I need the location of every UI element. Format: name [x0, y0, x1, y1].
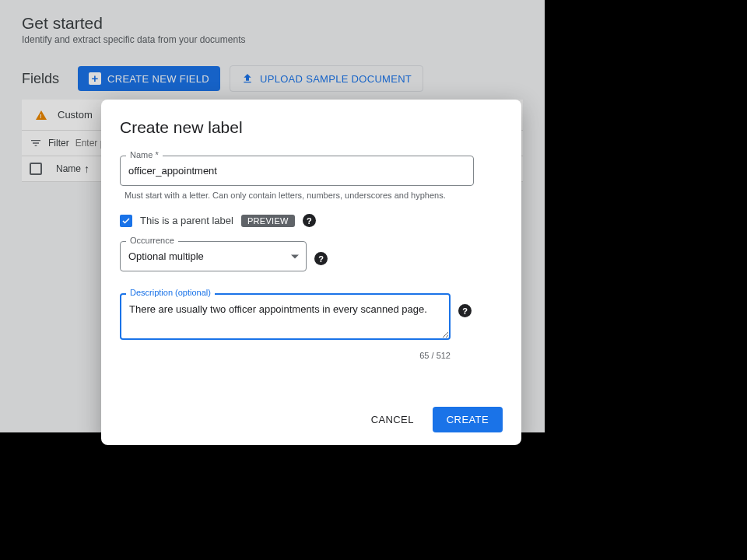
page-header: Get started Identify and extract specifi…	[0, 0, 545, 54]
occurrence-label: Occurrence	[126, 236, 178, 245]
sort-ascending-icon: ↑	[84, 163, 89, 175]
name-helper-text: Must start with a letter. Can only conta…	[124, 191, 503, 200]
help-icon[interactable]: ?	[314, 252, 328, 265]
help-icon[interactable]: ?	[303, 214, 316, 227]
upload-sample-document-button[interactable]: UPLOAD SAMPLE DOCUMENT	[230, 65, 423, 92]
column-header-name[interactable]: Name ↑	[56, 163, 89, 175]
description-char-count: 65 / 512	[120, 351, 451, 360]
plus-icon	[89, 72, 101, 85]
dialog-actions: CANCEL CREATE	[120, 407, 503, 432]
warning-icon	[36, 110, 47, 120]
dialog-title: Create new label	[120, 118, 503, 137]
occurrence-field: Occurrence Optional multiple	[120, 241, 307, 271]
filter-label: Filter	[48, 138, 69, 149]
description-label: Description (optional)	[126, 288, 215, 297]
cancel-button[interactable]: CANCEL	[360, 407, 425, 432]
column-header-name-label: Name	[56, 163, 81, 174]
help-icon[interactable]: ?	[458, 304, 472, 317]
create-button[interactable]: CREATE	[433, 407, 503, 432]
fields-heading: Fields	[22, 71, 59, 87]
create-new-field-label: CREATE NEW FIELD	[107, 73, 209, 85]
create-new-label-dialog: Create new label Name * Must start with …	[101, 100, 521, 445]
name-input[interactable]	[120, 156, 474, 186]
preview-badge: PREVIEW	[241, 215, 295, 227]
description-field: Description (optional)	[120, 293, 451, 343]
parent-label-checkbox[interactable]	[120, 215, 132, 227]
fields-toolbar: Fields CREATE NEW FIELD UPLOAD SAMPLE DO…	[0, 54, 545, 100]
create-new-field-button[interactable]: CREATE NEW FIELD	[78, 66, 220, 91]
checkmark-icon	[121, 216, 131, 226]
name-field: Name *	[120, 156, 474, 186]
parent-label-text: This is a parent label	[140, 215, 233, 226]
upload-icon	[241, 72, 254, 85]
description-textarea[interactable]	[120, 293, 451, 340]
select-all-checkbox[interactable]	[30, 163, 42, 175]
page-subtitle: Identify and extract specific data from …	[22, 34, 523, 45]
name-label: Name *	[126, 150, 163, 159]
occurrence-row: Occurrence Optional multiple ?	[120, 241, 503, 276]
occurrence-select[interactable]: Optional multiple	[120, 241, 307, 271]
description-row: Description (optional) ?	[120, 293, 503, 348]
page-title: Get started	[22, 14, 523, 33]
parent-label-row: This is a parent label PREVIEW ?	[120, 214, 503, 227]
filter-icon	[30, 137, 42, 149]
notice-text: Custom	[58, 109, 93, 121]
upload-sample-document-label: UPLOAD SAMPLE DOCUMENT	[260, 73, 412, 85]
